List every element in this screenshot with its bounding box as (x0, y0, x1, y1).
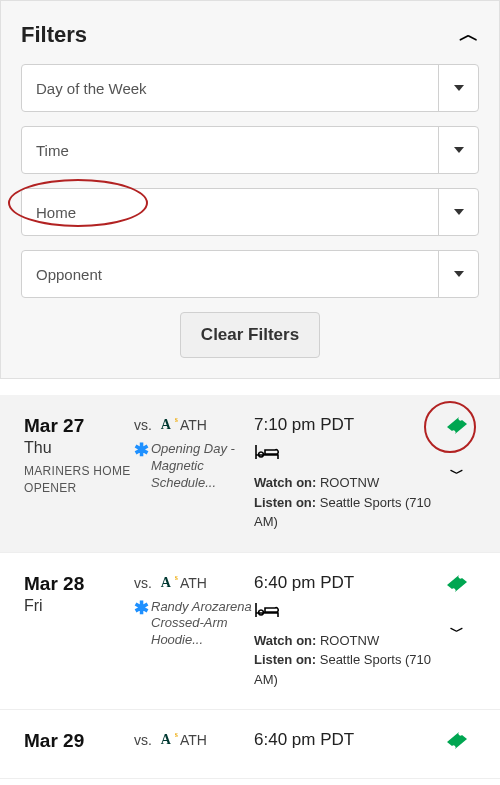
chevron-down-icon[interactable]: ﹀ (450, 465, 464, 483)
game-date: Mar 29 (24, 730, 134, 752)
actions-column: ﹀ (432, 573, 482, 690)
date-column: Mar 29 (24, 730, 134, 758)
promo-text: Opening Day - Magnetic Schedule... (151, 441, 254, 492)
hotel-icon (254, 601, 280, 623)
listen-label: Listen on: (254, 652, 316, 667)
filter-label: Time (22, 142, 438, 159)
date-column: Mar 28 Fri (24, 573, 134, 690)
game-time: 6:40 pm PDT (254, 573, 432, 593)
vs-line: vs. A ATH (134, 573, 254, 593)
filters-title: Filters (21, 22, 87, 48)
ticket-icon[interactable] (443, 415, 471, 435)
caret-down-icon (438, 251, 478, 297)
caret-down-icon (438, 127, 478, 173)
game-time: 6:40 pm PDT (254, 730, 432, 750)
filter-opponent[interactable]: Opponent (21, 250, 479, 298)
broadcast-info: Watch on: ROOTNW Listen on: Seattle Spor… (254, 631, 432, 690)
time-column: 6:40 pm PDT Watch on: ROOTNW Listen on: … (254, 573, 432, 690)
vs-label: vs. (134, 417, 152, 433)
opponent-code: ATH (180, 575, 207, 591)
clear-filters-button[interactable]: Clear Filters (180, 312, 320, 358)
game-row: Mar 29 vs. A ATH 6:40 pm PDT (0, 710, 500, 779)
ticket-icon[interactable] (443, 573, 471, 593)
watch-value: ROOTNW (320, 633, 379, 648)
listen-label: Listen on: (254, 495, 316, 510)
vs-label: vs. (134, 732, 152, 748)
vs-line: vs. A ATH (134, 415, 254, 435)
broadcast-info: Watch on: ROOTNW Listen on: Seattle Spor… (254, 473, 432, 532)
filter-label: Opponent (22, 266, 438, 283)
matchup-column: vs. A ATH ✱ Opening Day - Magnetic Sched… (134, 415, 254, 532)
filter-time[interactable]: Time (21, 126, 479, 174)
promo-line: ✱ Opening Day - Magnetic Schedule... (134, 441, 254, 492)
matchup-column: vs. A ATH ✱ Randy Arozarena Crossed-Arm … (134, 573, 254, 690)
filter-label: Home (22, 204, 438, 221)
opponent-code: ATH (180, 417, 207, 433)
watch-value: ROOTNW (320, 475, 379, 490)
promo-line: ✱ Randy Arozarena Crossed-Arm Hoodie... (134, 599, 254, 650)
chevron-down-icon[interactable]: ﹀ (450, 623, 464, 641)
watch-label: Watch on: (254, 633, 316, 648)
athletics-logo-icon: A (156, 415, 176, 435)
watch-label: Watch on: (254, 475, 316, 490)
game-row: Mar 27 Thu MARINERS HOME OPENER vs. A AT… (0, 395, 500, 553)
game-time: 7:10 pm PDT (254, 415, 432, 435)
time-column: 6:40 pm PDT (254, 730, 432, 758)
game-subtitle: MARINERS HOME OPENER (24, 463, 134, 497)
hotel-icon (254, 443, 280, 465)
asterisk-icon: ✱ (134, 599, 149, 617)
athletics-logo-icon: A (156, 573, 176, 593)
date-column: Mar 27 Thu MARINERS HOME OPENER (24, 415, 134, 532)
game-day: Thu (24, 439, 134, 457)
caret-down-icon (438, 189, 478, 235)
vs-line: vs. A ATH (134, 730, 254, 750)
game-date: Mar 28 (24, 573, 134, 595)
filters-header: Filters ︿ (21, 21, 479, 48)
filter-home[interactable]: Home (21, 188, 479, 236)
opponent-code: ATH (180, 732, 207, 748)
asterisk-icon: ✱ (134, 441, 149, 459)
game-row: Mar 28 Fri vs. A ATH ✱ Randy Arozarena C… (0, 553, 500, 711)
filter-label: Day of the Week (22, 80, 438, 97)
filter-day-of-week[interactable]: Day of the Week (21, 64, 479, 112)
time-column: 7:10 pm PDT Watch on: ROOTNW Listen on: … (254, 415, 432, 532)
filters-panel: Filters ︿ Day of the Week Time Home Oppo… (0, 0, 500, 379)
vs-label: vs. (134, 575, 152, 591)
caret-down-icon (438, 65, 478, 111)
actions-column: ﹀ (432, 415, 482, 532)
promo-text: Randy Arozarena Crossed-Arm Hoodie... (151, 599, 254, 650)
athletics-logo-icon: A (156, 730, 176, 750)
matchup-column: vs. A ATH (134, 730, 254, 758)
ticket-icon[interactable] (443, 730, 471, 750)
game-day: Fri (24, 597, 134, 615)
chevron-up-icon[interactable]: ︿ (459, 21, 479, 48)
game-date: Mar 27 (24, 415, 134, 437)
actions-column (432, 730, 482, 758)
